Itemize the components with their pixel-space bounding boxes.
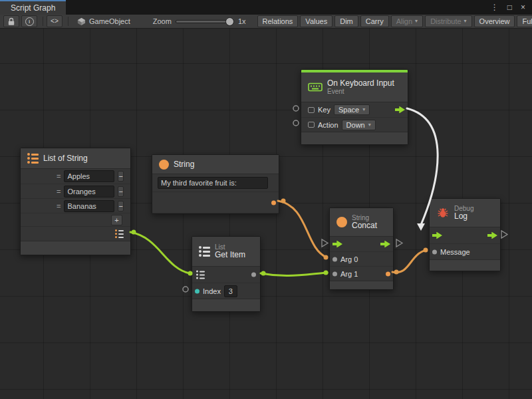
carry-toggle[interactable]: Carry <box>360 15 389 27</box>
arg1-input-port[interactable] <box>332 271 337 276</box>
node-string-literal[interactable]: String <box>152 154 279 214</box>
node-header: List Get Item <box>192 237 260 266</box>
wire-endpoint <box>281 199 286 203</box>
enter-input-port[interactable] <box>332 241 342 248</box>
node-title: Get Item <box>215 251 245 259</box>
tab-script-graph[interactable]: Script Graph <box>0 0 66 15</box>
string-value-input[interactable] <box>158 177 268 189</box>
zoom-label: Zoom <box>153 17 172 25</box>
list-output-port[interactable] <box>115 229 124 238</box>
enter-input-port[interactable] <box>432 232 442 239</box>
message-input-port[interactable] <box>432 249 437 254</box>
toolbar-separator <box>43 17 43 26</box>
arg0-input-port[interactable] <box>332 257 337 261</box>
exit-output-port[interactable] <box>380 241 390 248</box>
list-input-port[interactable] <box>196 271 205 279</box>
wire-getitem-to-arg1[interactable] <box>261 273 327 276</box>
node-footer <box>330 281 393 289</box>
fullscreen-label: Full Screen <box>522 17 532 25</box>
wire-endpoint <box>424 248 428 253</box>
chevron-down-icon: ▾ <box>415 19 418 24</box>
unconnected-port-log-exit[interactable] <box>501 231 507 238</box>
distribute-dropdown[interactable]: Distribute ▾ <box>425 15 471 27</box>
list-item-input[interactable] <box>64 200 114 212</box>
menu-icon[interactable]: ⋮ <box>491 3 499 11</box>
list-item-input[interactable] <box>64 186 114 198</box>
add-item-row: + <box>21 213 130 226</box>
node-subtitle: Event <box>327 88 394 95</box>
wire-list-to-getitem[interactable] <box>130 232 190 273</box>
unity-cube-icon <box>77 17 86 26</box>
wire-string-to-arg0[interactable] <box>278 201 327 257</box>
remove-item-button[interactable]: − <box>118 171 123 182</box>
node-ports: Arg 0 Arg 1 <box>330 236 393 281</box>
wire-concat-to-message[interactable] <box>392 250 426 273</box>
align-dropdown[interactable]: Align ▾ <box>391 15 423 27</box>
remove-item-button[interactable]: − <box>118 186 123 197</box>
node-title: Concat <box>352 221 377 230</box>
node-header: String <box>152 155 279 174</box>
wire-endpoint <box>132 230 136 235</box>
key-label: Key <box>318 106 331 114</box>
node-get-item[interactable]: List Get Item Index <box>192 236 261 312</box>
node-on-keyboard-input[interactable]: On Keyboard Input Event Key Space ▾ Acti… <box>301 69 408 145</box>
info-button[interactable]: i <box>21 15 37 27</box>
code-view-button[interactable]: <> <box>47 15 63 27</box>
list-item-row: = − <box>21 184 130 198</box>
node-list-of-string[interactable]: List of String = − = − = − + <box>20 148 131 255</box>
zoom-slider-knob[interactable] <box>225 17 234 26</box>
unconnected-port-concat-enter[interactable] <box>322 239 328 247</box>
list-item-input[interactable] <box>64 170 114 182</box>
unconnected-port-action[interactable] <box>293 120 299 126</box>
values-toggle[interactable]: Values <box>300 15 332 27</box>
gameobject-selector[interactable]: GameObject <box>77 17 130 26</box>
action-port-row: Action Down ▾ <box>301 117 408 132</box>
relations-toggle[interactable]: Relations <box>257 15 299 27</box>
drag-handle-icon[interactable]: = <box>57 202 61 210</box>
index-input-port[interactable] <box>195 289 200 293</box>
maximize-icon[interactable]: □ <box>507 3 512 11</box>
add-item-button[interactable]: + <box>111 215 122 225</box>
index-label: Index <box>203 287 221 295</box>
overview-button[interactable]: Overview <box>474 15 515 27</box>
message-label: Message <box>440 248 470 256</box>
arg1-row: Arg 1 <box>330 266 393 281</box>
node-title: String <box>174 160 194 169</box>
exit-output-port[interactable] <box>487 232 497 239</box>
unconnected-port-concat-exit[interactable] <box>396 239 402 247</box>
arg1-label: Arg 1 <box>340 270 358 278</box>
key-dropdown[interactable]: Space ▾ <box>334 104 370 115</box>
arg0-label: Arg 0 <box>340 255 358 263</box>
list-icon <box>199 246 210 257</box>
node-ports: = − = − = − + <box>21 168 130 241</box>
toolbar-separator <box>68 17 68 26</box>
fullscreen-button[interactable]: Full Screen <box>517 15 532 27</box>
distribute-label: Distribute <box>430 17 461 25</box>
drag-handle-icon[interactable]: = <box>57 188 61 196</box>
wire-endpoint <box>324 271 329 275</box>
close-icon[interactable]: × <box>521 3 525 11</box>
remove-item-button[interactable]: − <box>118 201 123 211</box>
result-output-port[interactable] <box>386 271 390 276</box>
item-output-port[interactable] <box>251 273 256 277</box>
node-concat[interactable]: String Concat Arg 0 Arg 1 <box>329 207 394 290</box>
graph-canvas[interactable]: On Keyboard Input Event Key Space ▾ Acti… <box>0 28 532 399</box>
drag-handle-icon[interactable]: = <box>57 172 61 180</box>
action-dropdown[interactable]: Down ▾ <box>342 120 376 130</box>
index-input[interactable] <box>224 285 237 297</box>
zoom-slider[interactable] <box>176 17 233 26</box>
index-row: Index <box>192 283 260 299</box>
string-output-port[interactable] <box>271 200 276 205</box>
chevron-down-icon: ▾ <box>464 19 467 24</box>
arg0-row: Arg 0 <box>330 251 393 266</box>
trigger-output-port[interactable] <box>395 106 405 114</box>
node-ports: Key Space ▾ Action Down ▾ <box>301 102 408 132</box>
node-ports: Index <box>192 266 260 299</box>
unconnected-port-key[interactable] <box>293 106 299 111</box>
lock-button[interactable] <box>3 15 19 27</box>
node-footer <box>430 260 500 271</box>
dim-toggle[interactable]: Dim <box>334 15 358 27</box>
node-header: List of String <box>21 148 130 168</box>
node-debug-log[interactable]: Debug Log Message <box>429 198 501 271</box>
unconnected-port-index[interactable] <box>183 287 188 292</box>
